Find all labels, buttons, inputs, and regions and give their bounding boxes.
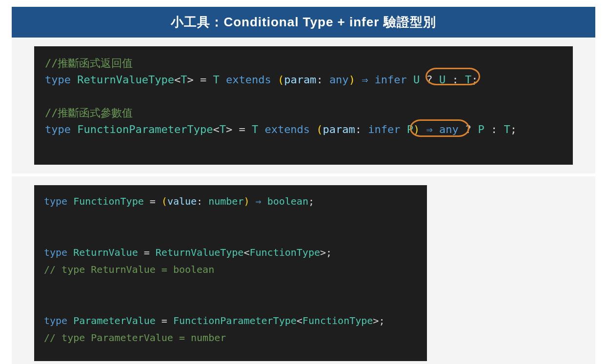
space (433, 74, 439, 86)
ptype: number (208, 195, 243, 207)
type-name: ParameterValue (73, 315, 156, 326)
arrow: ⇒ (426, 123, 440, 135)
angle: < (243, 247, 249, 258)
kw-extends: extends (264, 123, 316, 135)
infer-p: P (407, 123, 413, 135)
qmark: ? (465, 123, 471, 135)
kw-type: type (44, 195, 73, 207)
kw-any: any (329, 74, 349, 86)
paren: ( (316, 123, 323, 135)
eq: = (138, 247, 156, 258)
angle: > (226, 123, 232, 135)
arrow: ⇒ (362, 74, 375, 86)
kw-infer: infer (368, 123, 406, 135)
param: param (284, 74, 316, 86)
paren: ) (413, 123, 420, 135)
code-block-2: type FunctionType = (value: number) ⇒ bo… (34, 185, 427, 361)
u: U (439, 74, 452, 86)
kw-any: any (439, 123, 465, 135)
t: T (465, 74, 471, 86)
gen: ReturnValueType (156, 247, 244, 258)
colon: : (491, 123, 504, 135)
type-name: ReturnValueType (77, 74, 174, 86)
slide-title: 小工具：Conditional Type + infer 驗證型別 (12, 7, 595, 38)
generic-t: T (252, 123, 265, 135)
semi: ; (308, 195, 314, 207)
eq: = (156, 315, 173, 326)
infer-u: U (413, 74, 426, 86)
code-section-1-wrapper: //推斷函式返回值 type ReturnValueType<T> = T ex… (12, 38, 595, 173)
semi: ; (510, 123, 517, 135)
paren: ) (243, 195, 255, 207)
gen: FunctionParameterType (173, 315, 297, 326)
colon: : (452, 74, 465, 86)
colon: : (197, 195, 208, 207)
generic-t: T (220, 123, 226, 135)
kw-type: type (45, 74, 77, 86)
p: P (478, 123, 491, 135)
generic-t: T (181, 74, 187, 86)
angle: < (297, 315, 303, 326)
semi: ; (471, 74, 478, 86)
angle: > (187, 74, 193, 86)
eq: = (144, 195, 162, 207)
colon: : (355, 123, 368, 135)
angle: < (174, 74, 181, 86)
angle: > (320, 247, 326, 258)
kw-extends: extends (226, 74, 278, 86)
ret: boolean (267, 195, 308, 207)
type-name: FunctionParameterType (77, 123, 213, 135)
comment: // type ParameterValue = number (44, 332, 226, 344)
param: param (323, 123, 355, 135)
angle: > (373, 315, 379, 326)
kw-type: type (45, 123, 77, 135)
code-block-1: //推斷函式返回值 type ReturnValueType<T> = T ex… (34, 46, 573, 165)
t: T (504, 123, 510, 135)
type-name: ReturnValue (73, 247, 138, 258)
code-section-2-wrapper: type FunctionType = (value: number) ⇒ bo… (12, 176, 595, 364)
space (471, 123, 478, 135)
kw-type: type (44, 315, 73, 326)
semi: ; (379, 315, 384, 326)
generic-t: T (213, 74, 226, 86)
eq: = (232, 123, 252, 135)
comment: //推斷函式參數值 (45, 107, 133, 119)
arg: FunctionType (303, 315, 373, 326)
paren: ) (349, 74, 362, 86)
comment: // type ReturnValue = boolean (44, 264, 214, 275)
arg: FunctionType (249, 247, 320, 258)
comment: //推斷函式返回值 (45, 57, 133, 69)
qmark: ? (426, 74, 433, 86)
arrow: ⇒ (256, 195, 267, 207)
kw-infer: infer (375, 74, 413, 86)
paren: ( (278, 74, 284, 86)
eq: = (194, 74, 213, 86)
param: value (167, 195, 197, 207)
type-name: FunctionType (73, 195, 144, 207)
colon: : (316, 74, 329, 86)
space (420, 123, 426, 135)
kw-type: type (44, 247, 73, 258)
angle: < (213, 123, 219, 135)
paren: ( (162, 195, 167, 207)
semi: ; (326, 247, 332, 258)
